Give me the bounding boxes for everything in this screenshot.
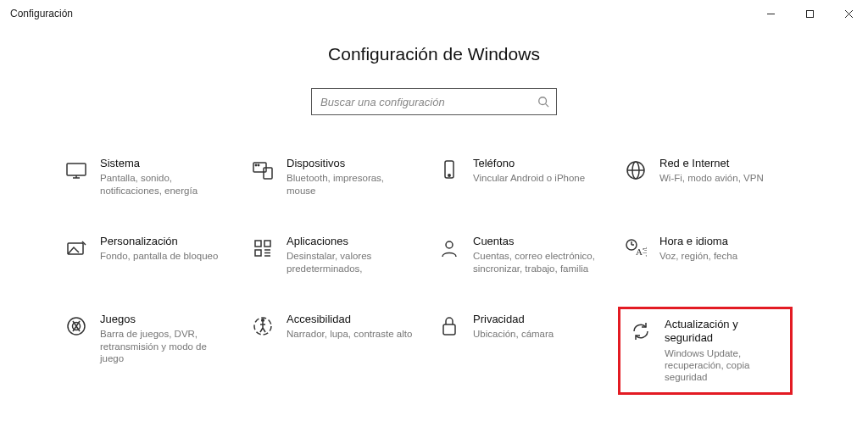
tile-aplicaciones[interactable]: Aplicaciones Desinstalar, valores predet… <box>248 231 417 279</box>
globe-icon <box>624 158 648 182</box>
tile-title: Red e Internet <box>659 157 764 170</box>
svg-point-12 <box>258 164 259 165</box>
tile-subtitle: Narrador, lupa, contraste alto <box>287 328 412 340</box>
tile-personalizacion[interactable]: Personalización Fondo, pantalla de bloqu… <box>61 231 231 279</box>
svg-text:A字: A字 <box>636 247 647 257</box>
tile-title: Teléfono <box>473 157 585 170</box>
tile-text: Accesibilidad Narrador, lupa, contraste … <box>287 313 412 341</box>
window-title: Configuración <box>10 8 73 19</box>
maximize-icon <box>805 9 815 19</box>
tile-title: Juegos <box>100 313 227 326</box>
tile-red[interactable]: Red e Internet Wi-Fi, modo avión, VPN <box>620 153 790 201</box>
svg-point-36 <box>262 319 264 322</box>
svg-point-26 <box>446 241 453 248</box>
tile-juegos[interactable]: Juegos Barra de juegos, DVR, retransmisi… <box>61 309 231 392</box>
paint-icon <box>64 236 88 260</box>
tile-text: Red e Internet Wi-Fi, modo avión, VPN <box>659 157 764 185</box>
svg-point-14 <box>448 175 450 176</box>
search-box <box>311 88 557 115</box>
tile-subtitle: Windows Update, recuperación, copia segu… <box>665 347 782 384</box>
tile-cuentas[interactable]: Cuentas Cuentas, correo electrónico, sin… <box>434 231 604 279</box>
tile-subtitle: Ubicación, cámara <box>473 328 554 340</box>
tile-subtitle: Barra de juegos, DVR, retransmisión y mo… <box>100 328 227 364</box>
tile-text: Juegos Barra de juegos, DVR, retransmisi… <box>100 313 227 364</box>
settings-grid: Sistema Pantalla, sonido, notificaciones… <box>61 153 807 427</box>
tile-text: Cuentas Cuentas, correo electrónico, sin… <box>473 235 600 274</box>
tile-subtitle: Vincular Android o iPhone <box>473 172 585 184</box>
tile-title: Aplicaciones <box>287 235 414 248</box>
tile-title: Accesibilidad <box>287 313 412 326</box>
tile-sistema[interactable]: Sistema Pantalla, sonido, notificaciones… <box>61 153 231 201</box>
accounts-icon <box>437 236 461 260</box>
tile-buscar[interactable]: Buscar Idioma, permisos, historial <box>61 423 231 427</box>
gaming-icon <box>64 314 88 338</box>
tile-title: Dispositivos <box>287 157 414 170</box>
time-language-icon: A字 <box>624 236 648 260</box>
maximize-button[interactable] <box>790 0 829 27</box>
tile-title: Privacidad <box>473 313 554 326</box>
ease-of-access-icon <box>251 314 275 338</box>
close-button[interactable] <box>829 0 868 27</box>
tile-hora-idioma[interactable]: A字 Hora e idioma Voz, región, fecha <box>620 231 790 279</box>
svg-point-4 <box>539 97 547 105</box>
tile-accesibilidad[interactable]: Accesibilidad Narrador, lupa, contraste … <box>248 309 417 392</box>
tile-text: Sistema Pantalla, sonido, notificaciones… <box>100 157 227 197</box>
tile-text: Personalización Fondo, pantalla de bloqu… <box>100 235 218 263</box>
minimize-button[interactable] <box>751 0 790 27</box>
privacy-icon <box>437 314 461 338</box>
tile-text: Privacidad Ubicación, cámara <box>473 313 554 341</box>
devices-icon <box>251 158 275 182</box>
page-title: Configuración de Windows <box>328 44 540 64</box>
svg-rect-20 <box>255 241 261 247</box>
tile-dispositivos[interactable]: Dispositivos Bluetooth, impresoras, mous… <box>248 153 417 201</box>
update-icon <box>629 319 653 343</box>
svg-rect-37 <box>443 324 455 335</box>
svg-rect-10 <box>264 168 272 179</box>
tile-subtitle: Fondo, pantalla de bloqueo <box>100 250 218 262</box>
close-icon <box>844 9 854 19</box>
svg-rect-21 <box>264 241 270 247</box>
minimize-icon <box>766 9 776 19</box>
window-controls <box>751 0 868 27</box>
tile-text: Actualización y seguridad Windows Update… <box>665 318 782 384</box>
tile-title: Sistema <box>100 157 227 170</box>
svg-rect-1 <box>806 10 813 17</box>
tile-title: Hora e idioma <box>659 235 737 248</box>
display-icon <box>64 158 88 182</box>
phone-icon <box>437 158 461 182</box>
tile-subtitle: Voz, región, fecha <box>659 250 737 262</box>
tile-text: Aplicaciones Desinstalar, valores predet… <box>287 235 414 274</box>
tile-title: Actualización y seguridad <box>665 318 782 346</box>
search-icon <box>537 95 550 108</box>
tile-title: Cuentas <box>473 235 600 248</box>
titlebar: Configuración <box>0 0 868 27</box>
svg-rect-6 <box>67 164 86 175</box>
tile-privacidad[interactable]: Privacidad Ubicación, cámara <box>434 309 604 392</box>
tile-subtitle: Cuentas, correo electrónico, sincronizar… <box>473 250 600 274</box>
search-input[interactable] <box>311 88 557 115</box>
main: Configuración de Windows Sistema Pantall… <box>0 27 868 427</box>
tile-subtitle: Pantalla, sonido, notificaciones, energí… <box>100 172 227 197</box>
tile-telefono[interactable]: Teléfono Vincular Android o iPhone <box>434 153 604 201</box>
tile-actualizacion-seguridad[interactable]: Actualización y seguridad Windows Update… <box>618 307 793 395</box>
tile-subtitle: Wi-Fi, modo avión, VPN <box>659 172 764 184</box>
svg-point-11 <box>255 164 256 165</box>
tile-subtitle: Bluetooth, impresoras, mouse <box>287 172 414 197</box>
svg-rect-22 <box>255 250 261 256</box>
tile-text: Hora e idioma Voz, región, fecha <box>659 235 737 263</box>
tile-title: Personalización <box>100 235 218 248</box>
svg-line-5 <box>546 104 549 108</box>
tile-text: Teléfono Vincular Android o iPhone <box>473 157 585 185</box>
tile-subtitle: Desinstalar, valores predeterminados, <box>287 250 414 274</box>
tile-text: Dispositivos Bluetooth, impresoras, mous… <box>287 157 414 197</box>
apps-icon <box>251 236 275 260</box>
